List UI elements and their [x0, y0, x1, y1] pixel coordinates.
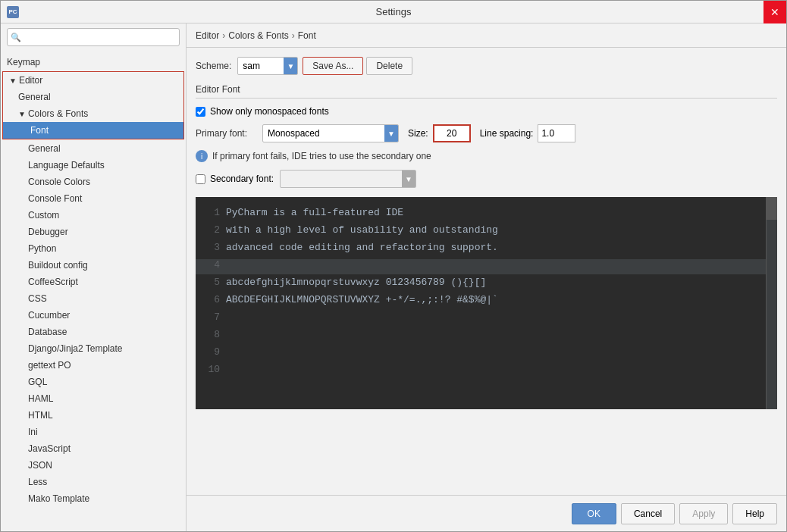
- scheme-select[interactable]: sam ▼: [237, 57, 298, 75]
- secondary-font-dropdown-arrow[interactable]: ▼: [402, 170, 415, 188]
- sidebar-item-haml[interactable]: HAML: [1, 390, 186, 407]
- search-wrapper: 🔍: [7, 28, 180, 46]
- secondary-font-select[interactable]: ▼: [280, 170, 416, 188]
- sidebar-item-editor[interactable]: ▼ Editor: [3, 72, 183, 89]
- help-button[interactable]: Help: [732, 503, 777, 524]
- secondary-font-checkbox[interactable]: [196, 174, 205, 184]
- sidebar-item-general[interactable]: General: [3, 89, 183, 105]
- coffeescript-label: CoffeeScript: [28, 277, 78, 287]
- preview-line-9: 9: [205, 346, 768, 361]
- sidebar-item-ini[interactable]: Ini: [1, 424, 186, 440]
- monospaced-label: Show only monospaced fonts: [210, 106, 329, 117]
- console-colors-label: Console Colors: [28, 177, 90, 187]
- line-num-5: 5: [205, 277, 220, 292]
- sidebar-item-debugger[interactable]: Debugger: [1, 224, 186, 240]
- gettext-label: gettext PO: [28, 360, 71, 371]
- primary-font-row: Primary font: Monospaced ▼ Size: Line sp…: [196, 124, 777, 142]
- sidebar-item-css[interactable]: CSS: [1, 290, 186, 307]
- delete-button[interactable]: Delete: [366, 57, 412, 75]
- preview-line-7: 7: [205, 311, 768, 327]
- editor-section-box: ▼ Editor General ▼ Colors & Fonts Font: [2, 71, 184, 139]
- settings-panel: Scheme: sam ▼ Save As... Delete Editor F…: [187, 48, 786, 495]
- primary-font-value: Monospaced: [263, 128, 384, 139]
- search-icon: 🔍: [11, 33, 21, 42]
- preview-scrollbar[interactable]: [767, 197, 777, 409]
- preview-line-2: 2 with a high level of usability and out…: [205, 224, 768, 239]
- sidebar-item-font[interactable]: Font: [3, 122, 183, 139]
- breadcrumb-editor: Editor: [196, 30, 219, 41]
- sidebar-item-gettext[interactable]: gettext PO: [1, 357, 186, 374]
- ini-label: Ini: [28, 427, 38, 437]
- less-label: Less: [28, 477, 47, 487]
- django-label: Django/Jinja2 Template: [28, 343, 123, 354]
- sidebar-item-console-font[interactable]: Console Font: [1, 190, 186, 207]
- primary-font-select[interactable]: Monospaced ▼: [262, 124, 399, 142]
- line-num-2: 2: [205, 224, 220, 239]
- info-icon: i: [196, 150, 208, 162]
- app-icon: [7, 6, 19, 18]
- sidebar-item-keymap[interactable]: Keymap: [1, 54, 186, 70]
- sidebar-item-custom[interactable]: Custom: [1, 207, 186, 224]
- sidebar-item-html[interactable]: HTML: [1, 407, 186, 424]
- sidebar-item-language-defaults[interactable]: Language Defaults: [1, 157, 186, 174]
- html-label: HTML: [28, 410, 53, 421]
- preview-line-3: 3 advanced code editing and refactoring …: [205, 242, 768, 257]
- info-text: If primary font fails, IDE tries to use …: [212, 151, 431, 161]
- preview-line-4: 4: [196, 259, 777, 274]
- line-content-1: PyCharm is a full-featured IDE: [226, 207, 403, 222]
- custom-label: Custom: [28, 210, 59, 221]
- python-label: Python: [28, 243, 56, 254]
- titlebar: Settings ✕: [1, 1, 786, 23]
- save-as-button[interactable]: Save As...: [303, 57, 363, 75]
- line-num-7: 7: [205, 311, 220, 327]
- apply-button[interactable]: Apply: [679, 503, 728, 524]
- sidebar: 🔍 Keymap ▼ Editor General: [1, 23, 187, 531]
- window-title: Settings: [376, 6, 412, 17]
- font-preview: 1 PyCharm is a full-featured IDE 2 with …: [196, 197, 777, 409]
- scrollbar-thumb[interactable]: [767, 197, 777, 220]
- sidebar-item-mako[interactable]: Mako Template: [1, 490, 186, 507]
- close-button[interactable]: ✕: [763, 1, 786, 23]
- sidebar-item-json[interactable]: JSON: [1, 457, 186, 474]
- sidebar-item-general2[interactable]: General: [1, 140, 186, 157]
- sidebar-item-django[interactable]: Django/Jinja2 Template: [1, 340, 186, 357]
- language-defaults-label: Language Defaults: [28, 160, 105, 171]
- sidebar-item-buildout[interactable]: Buildout config: [1, 257, 186, 274]
- preview-line-5: 5 abcdefghijklmnopqrstuvwxyz 0123456789 …: [205, 277, 768, 292]
- ok-button[interactable]: OK: [572, 503, 616, 524]
- search-box: 🔍: [7, 28, 180, 46]
- line-num-4: 4: [205, 259, 220, 274]
- cucumber-label: Cucumber: [28, 310, 70, 321]
- sidebar-item-database[interactable]: Database: [1, 324, 186, 340]
- primary-font-dropdown-arrow[interactable]: ▼: [384, 124, 398, 142]
- breadcrumb-font: Font: [298, 30, 316, 41]
- monospaced-checkbox-row: Show only monospaced fonts: [196, 106, 777, 117]
- breadcrumb-sep2: ›: [292, 30, 295, 41]
- sidebar-item-javascript[interactable]: JavaScript: [1, 440, 186, 457]
- line-spacing-input[interactable]: [538, 124, 575, 142]
- preview-line-6: 6 ABCDEFGHIJKLMNOPQRSTUVWXYZ +-*/=.,;:!?…: [205, 294, 768, 309]
- buildout-label: Buildout config: [28, 260, 88, 271]
- search-input[interactable]: [7, 28, 180, 46]
- size-input[interactable]: [433, 124, 471, 142]
- cancel-button[interactable]: Cancel: [621, 503, 675, 524]
- preview-line-10: 10: [205, 364, 768, 379]
- json-label: JSON: [28, 460, 52, 471]
- preview-line-1: 1 PyCharm is a full-featured IDE: [205, 207, 768, 222]
- sidebar-item-less[interactable]: Less: [1, 474, 186, 490]
- line-content-2: with a high level of usability and outst…: [226, 224, 498, 239]
- sidebar-item-python[interactable]: Python: [1, 240, 186, 257]
- info-row: i If primary font fails, IDE tries to us…: [196, 150, 777, 162]
- sidebar-item-colors-fonts[interactable]: ▼ Colors & Fonts: [3, 105, 183, 122]
- monospaced-checkbox[interactable]: [196, 107, 205, 117]
- debugger-label: Debugger: [28, 227, 68, 237]
- line-num-8: 8: [205, 329, 220, 344]
- sidebar-item-gql[interactable]: GQL: [1, 374, 186, 390]
- primary-font-label: Primary font:: [196, 128, 256, 139]
- sidebar-item-cucumber[interactable]: Cucumber: [1, 307, 186, 324]
- editor-font-section-header: Editor Font: [196, 84, 777, 99]
- sidebar-item-coffeescript[interactable]: CoffeeScript: [1, 274, 186, 290]
- scheme-dropdown-arrow[interactable]: ▼: [284, 57, 297, 75]
- sidebar-item-console-colors[interactable]: Console Colors: [1, 174, 186, 190]
- console-font-label: Console Font: [28, 193, 82, 204]
